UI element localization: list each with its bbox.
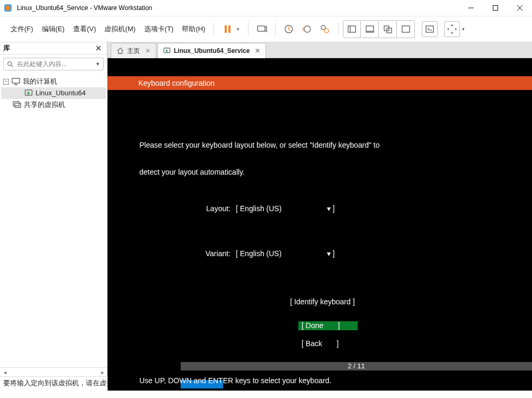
tab-close-button[interactable]: ✕: [145, 47, 150, 55]
send-ctrl-alt-del-button[interactable]: [253, 20, 271, 38]
document-tabs: 主页 ✕ Linux_Ubuntu64_Service ✕: [108, 42, 532, 58]
installer-progress: 2 / 11: [181, 362, 532, 370]
svg-rect-30: [15, 103, 21, 107]
scroll-right-arrow-icon[interactable]: ▸: [97, 369, 107, 375]
window-title: Linux_Ubuntu64_Service - VMware Workstat…: [17, 4, 459, 12]
snapshot-manager-button[interactable]: [316, 20, 334, 38]
done-button[interactable]: [ Done ]: [298, 321, 358, 330]
stretch-guest-button[interactable]: [444, 21, 460, 37]
svg-rect-7: [228, 25, 230, 33]
library-search-input[interactable]: 在此处键入内容... ▼: [3, 58, 104, 70]
tree-label: Linux_Ubuntu64: [36, 87, 86, 99]
installer-nav-buttons: [ Done ] [ Back ]: [108, 312, 532, 357]
back-button[interactable]: [ Back ]: [298, 339, 358, 348]
collapse-icon[interactable]: −: [3, 79, 9, 85]
menu-help[interactable]: 帮助(H): [178, 21, 209, 37]
snapshot-button[interactable]: [280, 20, 298, 38]
library-title: 库: [3, 43, 10, 53]
minimize-button[interactable]: [459, 0, 483, 16]
view-fullscreen-button[interactable]: [397, 20, 415, 38]
svg-rect-8: [258, 26, 265, 31]
library-tree: − 我的计算机 Linux_Ubuntu64 共享的虚拟机: [0, 74, 107, 113]
view-quick-switch-button[interactable]: [361, 20, 379, 38]
svg-marker-32: [166, 49, 168, 52]
maximize-button[interactable]: [483, 0, 508, 16]
identify-keyboard-button[interactable]: [ Identify keyboard ]: [139, 297, 506, 306]
tree-label: 共享的虚拟机: [24, 99, 65, 111]
menu-view[interactable]: 查看(V): [69, 21, 100, 37]
svg-point-10: [304, 26, 311, 32]
tab-vm-ubuntu[interactable]: Linux_Ubuntu64_Service ✕: [157, 43, 266, 58]
console-view-button[interactable]: [422, 21, 438, 37]
svg-rect-19: [402, 26, 410, 32]
svg-rect-29: [13, 102, 19, 106]
tree-shared-vms[interactable]: 共享的虚拟机: [1, 99, 106, 111]
search-options-dropdown[interactable]: ▼: [95, 61, 100, 67]
tree-my-computer[interactable]: − 我的计算机: [1, 76, 106, 87]
view-single-button[interactable]: [343, 20, 361, 38]
scroll-left-arrow-icon[interactable]: ◂: [0, 369, 10, 375]
tab-close-button[interactable]: ✕: [255, 47, 260, 55]
menu-toolbar: 文件(F) 编辑(E) 查看(V) 虚拟机(M) 选项卡(T) 帮助(H) ▾ …: [0, 16, 532, 42]
home-icon: [117, 47, 124, 55]
svg-rect-13: [348, 26, 356, 32]
library-h-scrollbar[interactable]: ◂ ▸: [0, 367, 107, 376]
variant-label: Variant:: [187, 249, 230, 258]
svg-marker-28: [28, 92, 30, 95]
shared-monitor-icon: [13, 101, 21, 109]
tab-label: 主页: [127, 47, 140, 56]
vm-running-icon: [163, 47, 171, 55]
progress-text: 2 / 11: [181, 362, 532, 370]
menu-tabs[interactable]: 选项卡(T): [140, 21, 178, 37]
content-area: 库 ✕ 在此处键入内容... ▼ − 我的计算机 Linux_Ubuntu64 …: [0, 42, 532, 376]
pause-button[interactable]: [218, 20, 236, 38]
tree-vm-linux-ubuntu64[interactable]: Linux_Ubuntu64: [1, 87, 106, 99]
library-close-button[interactable]: ✕: [93, 44, 104, 52]
search-icon: [7, 61, 14, 68]
close-button[interactable]: [508, 0, 532, 16]
library-header: 库 ✕: [0, 42, 107, 55]
menu-edit[interactable]: 编辑(E): [38, 21, 69, 37]
menu-file[interactable]: 文件(F): [6, 21, 38, 37]
monitor-icon: [12, 77, 20, 86]
search-placeholder: 在此处键入内容...: [17, 60, 67, 69]
menu-vm[interactable]: 虚拟机(M): [100, 21, 140, 37]
title-bar: Linux_Ubuntu64_Service - VMware Workstat…: [0, 0, 532, 16]
svg-rect-3: [493, 6, 498, 11]
view-unity-button[interactable]: [379, 20, 397, 38]
library-pane: 库 ✕ 在此处键入内容... ▼ − 我的计算机 Linux_Ubuntu64 …: [0, 42, 108, 376]
installer-hint: Use UP, DOWN and ENTER keys to select yo…: [139, 376, 331, 385]
main-pane: 主页 ✕ Linux_Ubuntu64_Service ✕ Keyboard c…: [108, 42, 532, 376]
stretch-dropdown[interactable]: ▾: [460, 26, 466, 32]
installer-header: Keyboard configuration: [108, 76, 532, 90]
variant-select[interactable]: [ English (US) ▾ ]: [236, 249, 335, 258]
svg-rect-6: [225, 25, 227, 33]
tab-label: Linux_Ubuntu64_Service: [174, 47, 250, 55]
tab-home[interactable]: 主页 ✕: [111, 43, 156, 58]
svg-line-23: [11, 65, 13, 67]
view-mode-group: [343, 20, 415, 38]
vm-console[interactable]: Keyboard configuration Please select you…: [108, 58, 532, 391]
layout-label: Layout:: [187, 204, 230, 213]
svg-rect-1: [6, 6, 11, 11]
layout-select[interactable]: [ English (US) ▾ ]: [236, 204, 335, 213]
installer-prompt-line2: detect your layout automatically.: [139, 168, 506, 177]
tree-label: 我的计算机: [23, 76, 57, 87]
vmware-app-icon: [3, 3, 13, 13]
svg-point-12: [324, 29, 329, 33]
svg-point-22: [8, 61, 12, 65]
vm-running-icon: [24, 89, 33, 97]
svg-rect-24: [12, 78, 20, 83]
revert-snapshot-button[interactable]: [298, 20, 316, 38]
installer-prompt-line1: Please select your keyboard layout below…: [139, 141, 506, 150]
